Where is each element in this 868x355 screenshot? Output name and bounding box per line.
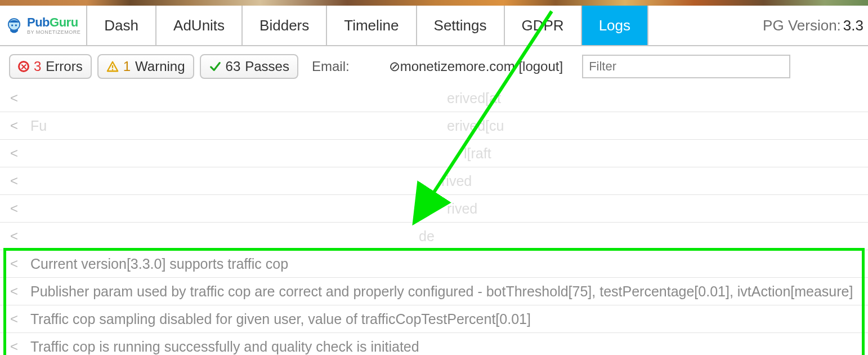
chevron-left-icon: <: [10, 283, 18, 299]
tab-gdpr[interactable]: GDPR: [505, 6, 582, 45]
brand-sub: by MONETIZEMORE: [27, 30, 80, 35]
chevron-left-icon: <: [10, 339, 18, 354]
chevron-left-icon: <: [10, 173, 18, 189]
log-text: Traffic cop sampling disabled for given …: [30, 311, 531, 327]
log-fragment: rived: [441, 173, 472, 189]
tab-bar: PubGuru by MONETIZEMORE Dash AdUnits Bid…: [0, 6, 868, 46]
tab-bidders[interactable]: Bidders: [243, 6, 327, 45]
errors-label: Errors: [46, 59, 82, 74]
chevron-left-icon: <: [10, 311, 18, 327]
log-fragment: erived[cu: [447, 118, 504, 134]
tab-timeline[interactable]: Timeline: [327, 6, 417, 45]
log-text: Fu: [30, 118, 447, 134]
log-row[interactable]: < Traffic cop is running successfully an…: [0, 333, 868, 355]
log-row[interactable]: < Traffic cop sampling disabled for give…: [0, 305, 868, 333]
chevron-left-icon: <: [10, 256, 18, 272]
log-fragment: erived[at: [447, 90, 501, 106]
passes-count: 63: [226, 59, 241, 74]
log-fragment: de: [419, 228, 435, 245]
log-row[interactable]: < Publisher param used by traffic cop ar…: [0, 278, 868, 305]
log-list: < erived[at < Fu erived[cu < l[raft < ri…: [0, 85, 868, 355]
warnings-label: Warning: [135, 59, 185, 74]
chevron-left-icon: <: [10, 118, 18, 134]
email-value: ⊘monetizemore.com [logout]: [389, 59, 563, 74]
log-fragment: l[raft: [464, 145, 491, 162]
passes-label: Passes: [245, 59, 289, 74]
svg-point-4: [111, 69, 113, 70]
log-row[interactable]: < rived: [0, 167, 868, 195]
log-row[interactable]: < rived: [0, 195, 868, 223]
tab-settings[interactable]: Settings: [417, 6, 505, 45]
warning-icon: [106, 60, 119, 73]
log-text: Traffic cop is running successfully and …: [30, 339, 419, 355]
chevron-left-icon: <: [10, 201, 18, 216]
toolbar: ✕ 3 Errors 1 Warning 63 Passes Email: ⊘m…: [0, 46, 868, 85]
chevron-left-icon: <: [10, 90, 18, 106]
decorative-strip: [0, 0, 868, 6]
svg-point-1: [11, 24, 13, 26]
brand-name: PubGuru: [27, 16, 80, 29]
warnings-pill[interactable]: 1 Warning: [97, 54, 194, 79]
version-label: PG Version: 3.3: [763, 6, 868, 45]
filter-input[interactable]: [582, 55, 790, 78]
log-row[interactable]: < erived[at: [0, 85, 868, 112]
passes-pill[interactable]: 63 Passes: [200, 54, 298, 79]
errors-count: 3: [34, 59, 41, 74]
log-row[interactable]: < Current version[3.3.0] supports traffi…: [0, 250, 868, 278]
chevron-left-icon: <: [10, 145, 18, 161]
tab-logs[interactable]: Logs: [582, 6, 648, 45]
guru-icon: [5, 16, 24, 35]
log-row[interactable]: < de: [0, 223, 868, 250]
svg-point-2: [15, 24, 17, 26]
log-fragment: rived: [447, 201, 477, 217]
warnings-count: 1: [123, 59, 131, 74]
tab-adunits[interactable]: AdUnits: [156, 6, 243, 45]
errors-pill[interactable]: ✕ 3 Errors: [9, 54, 92, 79]
logout-link[interactable]: [logout]: [518, 59, 563, 74]
log-text: Current version[3.3.0] supports traffic …: [30, 256, 288, 272]
error-icon: ✕: [18, 61, 29, 72]
check-icon: [209, 60, 221, 73]
tab-dash[interactable]: Dash: [87, 6, 156, 45]
log-text: Publisher param used by traffic cop are …: [30, 283, 853, 300]
email-label: Email:: [312, 59, 350, 74]
chevron-left-icon: <: [10, 228, 18, 244]
log-row[interactable]: < l[raft: [0, 140, 868, 167]
log-row[interactable]: < Fu erived[cu: [0, 112, 868, 140]
brand-logo[interactable]: PubGuru by MONETIZEMORE: [0, 6, 87, 45]
